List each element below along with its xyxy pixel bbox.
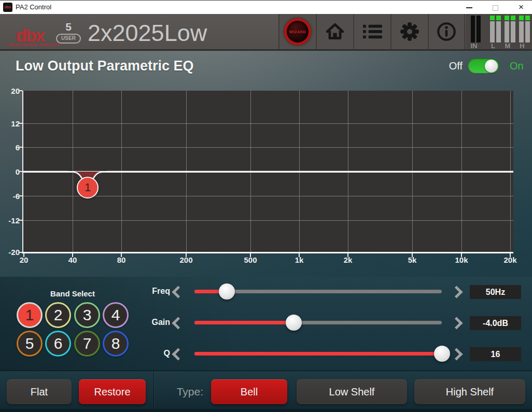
- home-button[interactable]: [316, 14, 353, 49]
- meter-bar-high-left: [519, 21, 524, 42]
- freq-slider-label: Freq: [124, 287, 170, 296]
- info-icon: [436, 21, 457, 42]
- header-iconbar: WIZARD: [278, 14, 465, 49]
- gain-value-box[interactable]: -4.0dB: [470, 316, 521, 330]
- band-1-handle[interactable]: 1: [77, 177, 99, 198]
- freq-slider-track[interactable]: [194, 290, 442, 293]
- app-header: dbx PROFESSIONAL PRODUCTS 5 USER 2x2025L…: [0, 14, 532, 51]
- info-button[interactable]: [428, 14, 465, 49]
- maximize-icon: [493, 5, 498, 11]
- meter-signal-mid-left: [505, 16, 509, 20]
- pa2-control-window: dbx PA2 Control × dbx PROFESSIONAL PRODU…: [0, 0, 532, 412]
- list-icon: [362, 24, 382, 39]
- home-icon: [325, 22, 345, 41]
- flat-button[interactable]: Flat: [7, 379, 72, 404]
- band-select-7[interactable]: 7: [74, 331, 100, 357]
- preset-badge: 5 USER: [56, 21, 81, 44]
- actions-divider: [153, 371, 154, 409]
- q-slider-knob[interactable]: [434, 346, 450, 362]
- type-bell-button[interactable]: Bell: [211, 379, 287, 404]
- q-slider-track[interactable]: [194, 352, 442, 356]
- output-meters: IN L M H: [466, 14, 532, 49]
- meter-signal-mid-right: [511, 16, 515, 20]
- close-button[interactable]: ×: [510, 1, 532, 14]
- meter-bar-mid-right: [511, 21, 515, 42]
- band-select-2[interactable]: 2: [45, 302, 71, 328]
- x-tick-label: 20: [11, 255, 37, 264]
- type-high-shelf-button[interactable]: High Shelf: [414, 379, 525, 404]
- meter-bar-high-right: [525, 21, 530, 42]
- meter-label-high: H: [516, 42, 528, 50]
- type-low-shelf-button[interactable]: Low Shelf: [297, 379, 407, 404]
- bottom-strip: [0, 409, 532, 412]
- meter-signal-high-right: [525, 16, 530, 20]
- close-icon: ×: [519, 2, 524, 12]
- meter-bar-mid-left: [505, 21, 509, 42]
- dbx-brand-text: dbx: [8, 27, 52, 43]
- y-tick-label: -6: [0, 192, 20, 201]
- gain-slider-label: Gain: [124, 318, 170, 327]
- y-tick-label: -12: [0, 216, 20, 225]
- maximize-button[interactable]: [484, 1, 507, 14]
- band-select-6[interactable]: 6: [45, 331, 71, 357]
- x-tick-label: 200: [173, 255, 199, 264]
- x-tick-label: 5k: [399, 255, 425, 264]
- wizard-button[interactable]: WIZARD: [278, 14, 316, 49]
- meter-bar-in-left: [471, 16, 475, 42]
- list-menu-button[interactable]: [353, 14, 390, 49]
- wizard-icon: WIZARD: [284, 18, 311, 45]
- toggle-knob[interactable]: [485, 60, 498, 73]
- x-tick-label: 20k: [497, 255, 523, 264]
- x-tick-label: 2k: [335, 255, 361, 264]
- meter-signal-low-right: [496, 16, 501, 20]
- q-value-box[interactable]: 16: [470, 347, 521, 361]
- toggle-off-label: Off: [436, 60, 463, 72]
- band-select-5[interactable]: 5: [17, 331, 43, 357]
- type-label: Type:: [166, 386, 203, 398]
- y-tick-label: 6: [0, 143, 20, 152]
- meter-bar-low-right: [496, 21, 501, 42]
- q-slider-fill: [194, 352, 442, 356]
- x-tick-label: 10k: [449, 255, 474, 264]
- y-tick-label: 0: [0, 167, 20, 176]
- x-tick-label: 500: [237, 255, 263, 264]
- freq-value-box[interactable]: 50Hz: [470, 285, 521, 299]
- meter-label-in: IN: [468, 42, 480, 50]
- gain-slider-track[interactable]: [194, 321, 442, 324]
- restore-button[interactable]: Restore: [79, 379, 146, 404]
- meter-bar-in-right: [477, 16, 481, 42]
- band-select-title: Band Select: [29, 289, 117, 298]
- toggle-on-label: On: [510, 60, 524, 72]
- settings-button[interactable]: [390, 14, 428, 49]
- gear-icon: [399, 21, 420, 42]
- preset-user-pill: USER: [56, 34, 81, 44]
- gain-slider-fill: [194, 321, 296, 324]
- minimize-button[interactable]: [458, 1, 481, 14]
- meter-label-mid: M: [501, 42, 514, 50]
- y-tick-label: 12: [0, 119, 20, 128]
- preset-number: 5: [56, 21, 81, 33]
- dbx-logo: dbx PROFESSIONAL PRODUCTS: [8, 27, 52, 47]
- x-tick-label: 40: [60, 255, 86, 264]
- window-title: PA2 Control: [16, 3, 51, 11]
- band-select-3[interactable]: 3: [74, 302, 100, 328]
- gain-slider-knob[interactable]: [286, 315, 302, 331]
- band-select-1[interactable]: 1: [17, 302, 43, 328]
- meter-bar-low-left: [490, 21, 495, 42]
- meter-label-low: L: [487, 42, 499, 50]
- eq-curve: [23, 91, 513, 252]
- page-title: Low Output Parametric EQ: [16, 58, 194, 74]
- meter-signal-high-left: [519, 16, 524, 20]
- dbx-tagline: PROFESSIONAL PRODUCTS: [8, 43, 52, 47]
- eq-on-off-toggle[interactable]: [468, 59, 499, 73]
- app-icon: dbx: [3, 3, 12, 12]
- titlebar[interactable]: dbx PA2 Control ×: [0, 1, 532, 14]
- y-tick-label: 20: [0, 87, 20, 95]
- meter-signal-low-left: [490, 16, 495, 20]
- freq-slider-knob[interactable]: [219, 283, 235, 300]
- q-slider-label: Q: [124, 349, 170, 358]
- x-tick-label: 80: [108, 255, 134, 264]
- device-title: 2x2025Low: [88, 20, 207, 47]
- minimize-icon: [466, 7, 472, 8]
- x-tick-label: 1k: [286, 255, 312, 264]
